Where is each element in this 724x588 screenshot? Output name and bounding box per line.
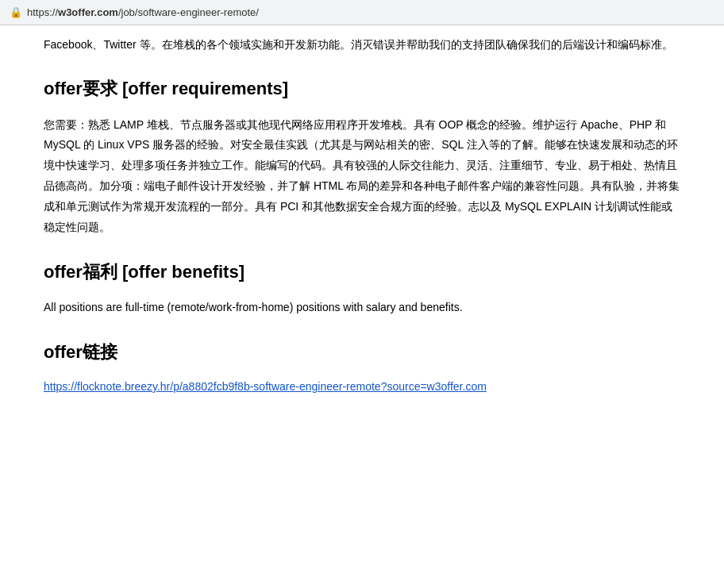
intro-paragraph: Facebook、Twitter 等。在堆栈的各个领域实施和开发新功能。消灭错误… (44, 35, 680, 55)
job-application-link[interactable]: https://flocknote.breezy.hr/p/a8802fcb9f… (44, 380, 487, 393)
benefits-title: offer福利 [offer benefits] (44, 257, 680, 286)
benefits-body: All positions are full-time (remote/work… (44, 298, 680, 317)
main-content: Facebook、Twitter 等。在堆栈的各个领域实施和开发新功能。消灭错误… (0, 25, 724, 413)
url-prefix: https:// (27, 6, 58, 18)
url-path: /job/software-engineer-remote/ (118, 6, 259, 18)
requirements-section: offer要求 [offer requirements] 您需要：熟悉 LAMP… (44, 74, 680, 238)
intro-text: Facebook、Twitter 等。在堆栈的各个领域实施和开发新功能。消灭错误… (44, 38, 673, 51)
lock-icon: 🔒 (10, 6, 22, 18)
benefits-section: offer福利 [offer benefits] All positions a… (44, 257, 680, 318)
link-section: offer链接 https://flocknote.breezy.hr/p/a8… (44, 337, 680, 397)
url-text: https://w3offer.com/job/software-enginee… (27, 6, 259, 18)
requirements-body: 您需要：熟悉 LAMP 堆栈、节点服务器或其他现代网络应用程序开发堆栈。具有 O… (44, 115, 680, 238)
link-section-title: offer链接 (44, 337, 680, 367)
requirements-title: offer要求 [offer requirements] (44, 74, 680, 103)
url-domain: w3offer.com (58, 6, 118, 18)
address-bar: 🔒 https://w3offer.com/job/software-engin… (0, 0, 724, 25)
